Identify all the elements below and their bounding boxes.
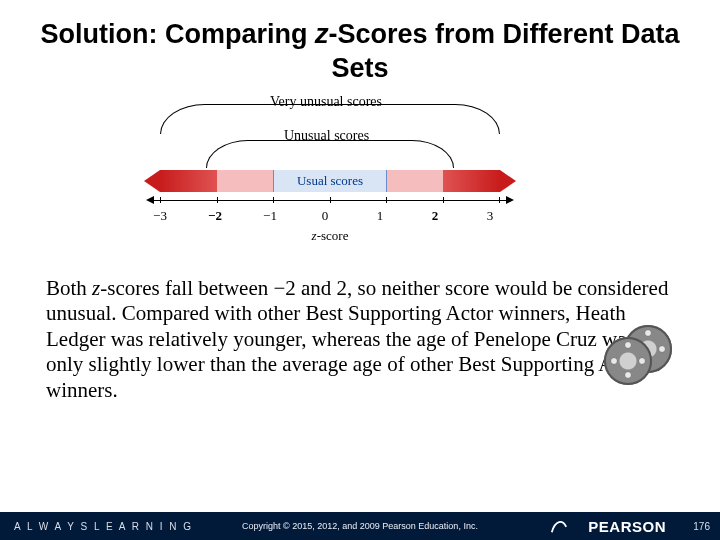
footer-page-number: 176 — [693, 521, 710, 532]
axis-title: z-score — [160, 228, 500, 244]
tick — [273, 197, 274, 203]
label-unusual: Unusual scores — [284, 128, 369, 144]
tick-label: −3 — [150, 208, 170, 224]
axis-ticks — [160, 200, 500, 206]
slide: Solution: Comparing z-Scores from Differ… — [0, 0, 720, 540]
reel-front — [604, 337, 652, 385]
tick-label: 1 — [370, 208, 390, 224]
tick — [330, 197, 331, 203]
tick — [160, 197, 161, 203]
tick-label: 3 — [480, 208, 500, 224]
footer: A L W A Y S L E A R N I N G Copyright © … — [0, 512, 720, 540]
title-part-b: -Scores from Different Data Sets — [328, 19, 679, 83]
label-usual: Usual scores — [140, 170, 520, 192]
tick-label: 2 — [425, 208, 445, 224]
footer-brand: PEARSON — [588, 518, 666, 535]
pearson-swoosh-icon — [550, 516, 568, 534]
title-z: z — [315, 19, 329, 49]
tick-label: −1 — [260, 208, 280, 224]
page-title: Solution: Comparing z-Scores from Differ… — [0, 0, 720, 92]
axis-arrow-right-icon — [506, 196, 514, 204]
tick — [499, 197, 500, 203]
diagram-inner: Very unusual scores Unusual scores Usual… — [140, 100, 520, 270]
tick-label: −2 — [205, 208, 225, 224]
axis-suffix: -score — [317, 228, 349, 243]
arc-unusual — [206, 140, 454, 168]
axis-arrow-left-icon — [146, 196, 154, 204]
tick — [217, 197, 218, 203]
film-reel-icon — [604, 325, 674, 385]
tick — [386, 197, 387, 203]
body-b: -scores fall between −2 and 2, so neithe… — [46, 276, 668, 402]
body-a: Both — [46, 276, 92, 300]
title-part-a: Solution: Comparing — [40, 19, 314, 49]
label-very-unusual: Very unusual scores — [270, 94, 382, 110]
tick — [443, 197, 444, 203]
tick-label: 0 — [315, 208, 335, 224]
zscore-diagram: Very unusual scores Unusual scores Usual… — [0, 100, 720, 270]
axis-tick-labels: −3 −2 −1 0 1 2 3 — [160, 208, 500, 224]
